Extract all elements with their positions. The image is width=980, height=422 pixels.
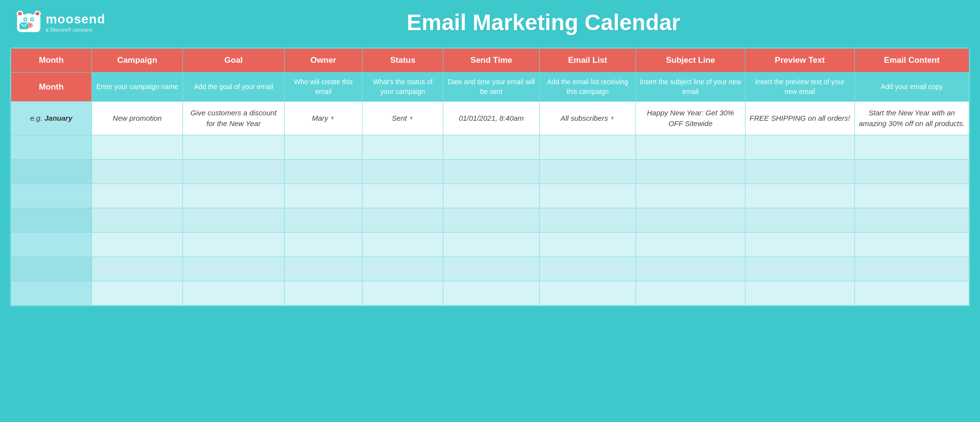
empty-sendtime-5[interactable]	[443, 232, 540, 257]
empty-campaign-2[interactable]	[91, 159, 182, 183]
desc-subject: Insert the subject line of your new emai…	[636, 73, 745, 102]
empty-subject-1[interactable]	[636, 135, 745, 159]
empty-goal-2[interactable]	[183, 159, 285, 183]
empty-preview-1[interactable]	[745, 135, 854, 159]
empty-goal-7[interactable]	[183, 281, 285, 305]
empty-emaillist-3[interactable]	[540, 183, 636, 208]
empty-subject-3[interactable]	[636, 183, 745, 208]
empty-goal-6[interactable]	[183, 257, 285, 281]
col-header-sendtime: Send Time	[443, 49, 540, 73]
empty-campaign-3[interactable]	[91, 183, 182, 208]
svg-point-3	[18, 12, 22, 16]
empty-status-6[interactable]	[363, 257, 443, 281]
empty-emaillist-1[interactable]	[540, 135, 636, 159]
example-owner: Mary ▼	[284, 102, 363, 135]
empty-status-7[interactable]	[363, 281, 443, 305]
empty-subject-2[interactable]	[636, 159, 745, 183]
empty-preview-2[interactable]	[745, 159, 854, 183]
empty-campaign-4[interactable]	[91, 208, 182, 232]
empty-subject-6[interactable]	[636, 257, 745, 281]
empty-goal-4[interactable]	[183, 208, 285, 232]
empty-content-2[interactable]	[854, 159, 969, 183]
empty-month-1[interactable]	[11, 135, 92, 159]
desc-goal: Add the goal of your email	[183, 73, 285, 102]
empty-content-7[interactable]	[854, 281, 969, 305]
svg-point-8	[31, 18, 33, 20]
empty-emaillist-6[interactable]	[540, 257, 636, 281]
empty-campaign-6[interactable]	[91, 257, 182, 281]
empty-month-2[interactable]	[11, 159, 92, 183]
empty-sendtime-1[interactable]	[443, 135, 540, 159]
desc-sendtime: Date and time your email will be sent	[443, 73, 540, 102]
col-header-campaign: Campaign	[91, 49, 182, 73]
empty-owner-4[interactable]	[284, 208, 363, 232]
empty-content-5[interactable]	[854, 232, 969, 257]
empty-subject-5[interactable]	[636, 232, 745, 257]
col-header-month: Month	[11, 49, 92, 73]
col-header-preview: Preview Text	[745, 49, 854, 73]
col-header-subject: Subject Line	[636, 49, 745, 73]
empty-owner-7[interactable]	[284, 281, 363, 305]
col-header-content: Email Content	[854, 49, 969, 73]
svg-point-7	[24, 18, 26, 20]
empty-sendtime-3[interactable]	[443, 183, 540, 208]
empty-owner-3[interactable]	[284, 183, 363, 208]
example-sendtime: 01/01/2021, 8:40am	[443, 102, 540, 135]
example-content: Start the New Year with an amazing 30% o…	[854, 102, 969, 135]
example-subject: Happy New Year: Get 30% OFF Sitewide	[636, 102, 745, 135]
empty-emaillist-7[interactable]	[540, 281, 636, 305]
empty-preview-6[interactable]	[745, 257, 854, 281]
empty-subject-7[interactable]	[636, 281, 745, 305]
example-emaillist: All subscribers ▼	[540, 102, 636, 135]
empty-preview-7[interactable]	[745, 281, 854, 305]
empty-month-6[interactable]	[11, 257, 92, 281]
empty-sendtime-2[interactable]	[443, 159, 540, 183]
desc-status: What's the status of your campaign	[363, 73, 443, 102]
empty-owner-1[interactable]	[284, 135, 363, 159]
empty-month-4[interactable]	[11, 208, 92, 232]
empty-emaillist-4[interactable]	[540, 208, 636, 232]
empty-sendtime-4[interactable]	[443, 208, 540, 232]
empty-preview-3[interactable]	[745, 183, 854, 208]
empty-owner-5[interactable]	[284, 232, 363, 257]
empty-goal-1[interactable]	[183, 135, 285, 159]
empty-content-4[interactable]	[854, 208, 969, 232]
status-dropdown-arrow: ▼	[409, 115, 414, 122]
empty-subject-4[interactable]	[636, 208, 745, 232]
empty-goal-3[interactable]	[183, 183, 285, 208]
empty-campaign-1[interactable]	[91, 135, 182, 159]
empty-campaign-5[interactable]	[91, 232, 182, 257]
desc-owner: Who will create this email	[284, 73, 363, 102]
empty-sendtime-6[interactable]	[443, 257, 540, 281]
empty-owner-2[interactable]	[284, 159, 363, 183]
empty-status-5[interactable]	[363, 232, 443, 257]
empty-row-7	[11, 281, 969, 305]
owner-dropdown-arrow: ▼	[330, 115, 335, 122]
empty-status-1[interactable]	[363, 135, 443, 159]
empty-row-2	[11, 159, 969, 183]
empty-goal-5[interactable]	[183, 232, 285, 257]
empty-content-1[interactable]	[854, 135, 969, 159]
empty-status-3[interactable]	[363, 183, 443, 208]
empty-month-3[interactable]	[11, 183, 92, 208]
empty-preview-5[interactable]	[745, 232, 854, 257]
empty-sendtime-7[interactable]	[443, 281, 540, 305]
empty-preview-4[interactable]	[745, 208, 854, 232]
svg-rect-13	[31, 11, 35, 15]
empty-emaillist-5[interactable]	[540, 232, 636, 257]
empty-month-5[interactable]	[11, 232, 92, 257]
empty-campaign-7[interactable]	[91, 281, 182, 305]
logo-text: moosend a Sitecore® company	[46, 12, 106, 33]
emaillist-dropdown[interactable]: All subscribers ▼	[561, 113, 615, 124]
empty-owner-6[interactable]	[284, 257, 363, 281]
empty-month-7[interactable]	[11, 281, 92, 305]
empty-content-3[interactable]	[854, 183, 969, 208]
owner-dropdown[interactable]: Mary ▼	[312, 113, 335, 124]
empty-emaillist-2[interactable]	[540, 159, 636, 183]
empty-content-6[interactable]	[854, 257, 969, 281]
desc-emaillist: Add the email list receiving this campai…	[540, 73, 636, 102]
empty-status-4[interactable]	[363, 208, 443, 232]
col-header-goal: Goal	[183, 49, 285, 73]
status-dropdown[interactable]: Sent ▼	[392, 113, 414, 124]
empty-status-2[interactable]	[363, 159, 443, 183]
